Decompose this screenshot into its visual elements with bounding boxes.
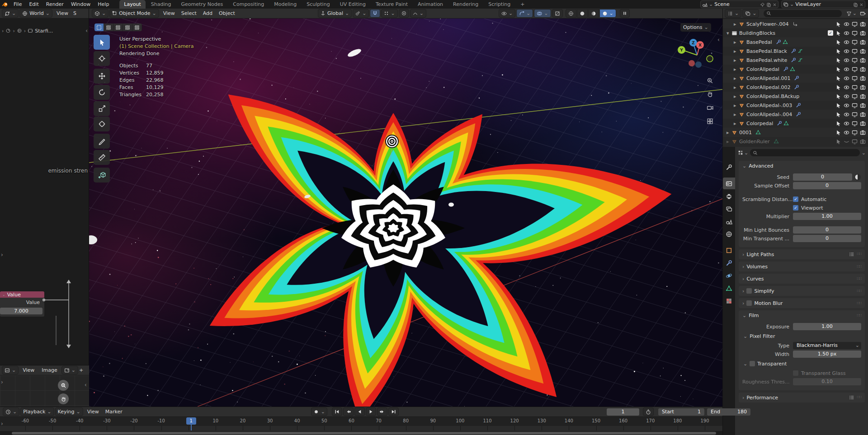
automatic-checkbox[interactable] — [793, 196, 798, 202]
object-visibility-dropdown[interactable]: ⌄ — [499, 9, 515, 18]
collapse-region-icon[interactable]: ‹ — [85, 382, 87, 388]
properties-tab-tool[interactable] — [723, 161, 735, 173]
outliner-row-ColorAllpedal.BAckup[interactable]: ▸ColorAllpedal.BAckup — [723, 92, 868, 101]
end-frame-field[interactable]: End180 — [707, 408, 750, 416]
shading-material-button[interactable] — [588, 9, 599, 18]
editor-type-shader-button[interactable]: ⌄ — [2, 9, 19, 18]
outliner-row-BasePedal.white[interactable]: ▸BasePedal.white — [723, 56, 868, 65]
disable-viewport-monitor-icon[interactable] — [852, 66, 858, 72]
disable-viewport-monitor-icon[interactable] — [852, 30, 858, 36]
image-menu-view[interactable]: View — [19, 367, 38, 373]
disable-viewport-monitor-icon[interactable] — [852, 21, 858, 27]
play-reverse-button[interactable] — [354, 407, 365, 416]
outliner-filter-collection-dropdown[interactable]: ⌄ — [742, 9, 759, 18]
pivot-point-dropdown[interactable]: ⌄ — [353, 9, 369, 18]
image-new-button[interactable]: + — [79, 367, 83, 373]
timeline-menu-view[interactable]: View — [84, 409, 102, 415]
new-view-layer-icon[interactable] — [853, 1, 858, 7]
jump-end-button[interactable] — [388, 407, 399, 416]
disable-viewport-monitor-icon[interactable] — [852, 84, 858, 90]
select-mode-lasso-button[interactable] — [123, 23, 132, 31]
select-mode-circle-button[interactable] — [113, 23, 123, 31]
options-button[interactable]: Options⌄ — [680, 23, 711, 32]
disable-render-camera-icon[interactable] — [860, 103, 866, 108]
workspace-tab-modeling[interactable]: Modeling — [269, 0, 301, 9]
min-light-bounces-field[interactable]: 0 — [793, 226, 861, 234]
film-panel-header[interactable]: ⌄Film∷∷ — [739, 310, 865, 320]
panel-header[interactable]: ›Light Paths∷∷ — [739, 249, 865, 259]
exposure-field[interactable]: 1.00 — [793, 323, 861, 330]
outliner-row-ScalyFlower-.004[interactable]: ▸ScalyFlower-.004 — [723, 19, 868, 28]
prev-keyframe-button[interactable] — [343, 407, 354, 416]
transparent-glass-checkbox[interactable] — [793, 370, 798, 376]
outliner-row-GoldenRuler[interactable]: ▸GoldenRuler — [723, 137, 868, 146]
visibility-eye-icon[interactable] — [844, 48, 849, 54]
outliner-row-ColorAllpedal[interactable]: ▸ColorAllpedal — [723, 65, 868, 74]
outliner-row-ColorAllpedal.001[interactable]: ▸ColorAllpedal.001 — [723, 74, 868, 83]
sample-offset-field[interactable]: 0 — [793, 182, 861, 189]
properties-options-icon[interactable]: ⌄ — [862, 150, 866, 156]
disclosure-icon[interactable]: ▸ — [734, 75, 739, 81]
visibility-eye-icon[interactable] — [844, 130, 849, 136]
disable-viewport-monitor-icon[interactable] — [852, 130, 858, 136]
properties-tab-physics[interactable] — [723, 270, 735, 281]
zoom-icon[interactable] — [707, 77, 713, 84]
menu-file[interactable]: File — [10, 0, 25, 9]
viewport-3d[interactable]: Options⌄ ‹ User Perspective (1) Scene Co… — [89, 9, 722, 407]
visibility-eye-icon[interactable] — [844, 75, 849, 81]
animate-seed-button[interactable] — [854, 173, 861, 181]
record-button[interactable]: ⌄ — [311, 407, 327, 416]
select-mode-paint-button[interactable] — [132, 23, 142, 31]
playhead-line[interactable] — [191, 424, 192, 430]
disclosure-icon[interactable]: ▸ — [734, 21, 739, 27]
tool-addcube-button[interactable] — [94, 168, 110, 182]
workspace-tab-texture-paint[interactable]: Texture Paint — [371, 0, 412, 9]
tool-move-button[interactable] — [94, 69, 110, 84]
preset-menu-icon[interactable] — [849, 252, 854, 257]
shading-rendered-button[interactable]: ⌄ — [599, 9, 616, 18]
disable-render-camera-icon[interactable] — [860, 94, 866, 99]
mode-dropdown[interactable]: Object Mode⌄ — [109, 9, 159, 18]
visibility-eye-icon[interactable] — [844, 94, 849, 99]
pixel-filter-width-field[interactable]: 1.50 px — [793, 351, 861, 358]
visibility-eye-icon[interactable] — [844, 66, 849, 72]
properties-tab-world[interactable] — [723, 228, 735, 240]
outliner-row-BuildingBlocks[interactable]: ▾BuildingBlocks — [723, 28, 868, 37]
panel-header[interactable]: ›Curves∷∷ — [739, 274, 865, 284]
navigation-gizmo[interactable]: Z X Y — [675, 33, 720, 74]
visibility-eye-icon[interactable] — [844, 112, 849, 117]
pixel-filter-type-dropdown[interactable]: Blackman-Harris⌄ — [793, 342, 861, 349]
disable-viewport-monitor-icon[interactable] — [852, 57, 858, 63]
timeline-menu-marker[interactable]: Marker — [102, 409, 126, 415]
timeline-keyframe-strip[interactable] — [0, 426, 722, 430]
selectable-pointer-icon[interactable] — [835, 130, 841, 136]
disable-render-camera-icon[interactable] — [860, 39, 866, 45]
outliner-search-input[interactable] — [764, 10, 841, 17]
expand-region-icon[interactable]: › — [1, 379, 3, 385]
properties-tab-output[interactable] — [723, 190, 735, 202]
viewport-menu-select[interactable]: Select — [178, 10, 200, 16]
disclosure-icon[interactable]: ▸ — [734, 57, 739, 63]
disclosure-icon[interactable]: ▸ — [726, 130, 731, 136]
disable-viewport-monitor-icon[interactable] — [852, 139, 858, 145]
selectable-pointer-icon[interactable] — [835, 39, 841, 45]
panel-header[interactable]: ›Motion Blur∷∷ — [739, 298, 865, 308]
workspace-tab-shading[interactable]: Shading — [146, 0, 176, 9]
selectable-pointer-icon[interactable] — [835, 75, 841, 81]
tool-measure-button[interactable] — [94, 150, 110, 165]
selectable-pointer-icon[interactable] — [835, 121, 841, 126]
timeline-ruler[interactable]: -60-50-40-30-20-101020304050607080901001… — [0, 417, 722, 426]
image-browse-button[interactable]: ⌄ — [61, 366, 78, 374]
visibility-eye-icon[interactable] — [844, 39, 849, 45]
current-frame-field[interactable]: 1 — [607, 408, 639, 416]
disable-render-camera-icon[interactable] — [860, 66, 866, 72]
disable-render-camera-icon[interactable] — [860, 139, 866, 145]
pin-icon[interactable] — [760, 1, 765, 7]
visibility-eye-icon[interactable] — [844, 139, 849, 145]
world-selector-dropdown[interactable]: World⌄ — [19, 9, 52, 18]
disable-render-camera-icon[interactable] — [860, 84, 866, 90]
visibility-eye-icon[interactable] — [844, 84, 849, 90]
workspace-tab-scripting[interactable]: Scripting — [484, 0, 515, 9]
visibility-eye-icon[interactable] — [844, 57, 849, 63]
panel-header[interactable]: ›Simplify∷∷ — [739, 286, 865, 296]
